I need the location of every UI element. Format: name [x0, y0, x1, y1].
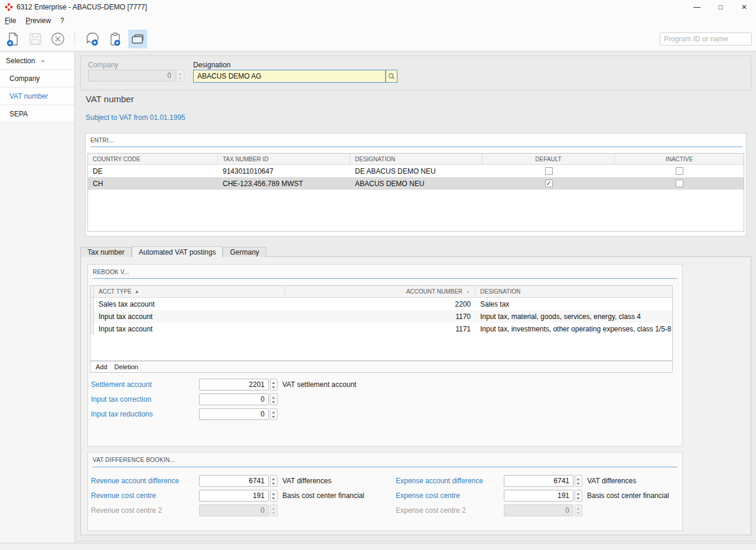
cell-designation: Input tax, investments, other operating … [475, 325, 672, 333]
spinner-control[interactable] [575, 475, 582, 487]
rebook-row[interactable]: Input tax account 1170 Input tax, materi… [90, 310, 672, 323]
program-search-input[interactable] [660, 32, 752, 45]
group-underline [93, 278, 677, 279]
inactive-checkbox[interactable] [676, 167, 683, 175]
rebook-row[interactable]: Input tax account 1171 Input tax, invest… [90, 323, 672, 335]
menu-bar: File Preview ? [0, 14, 756, 27]
add-button[interactable]: Add [96, 363, 107, 370]
revenue-account-difference-input[interactable] [199, 475, 269, 487]
input-tax-correction-label[interactable]: Input tax correction [91, 395, 199, 403]
designation-lookup-button[interactable] [386, 70, 397, 83]
tab-germany[interactable]: Germany [223, 247, 266, 257]
company-label: Company [88, 61, 118, 69]
cell-acct-type: Input tax account [94, 325, 285, 333]
vat-subject-link[interactable]: Subject to VAT from 01.01.1995 [86, 113, 185, 122]
cell-tax-number-id: 9143011010647 [218, 167, 350, 175]
revenue-cost-centre-2-row: Revenue cost centre 2 [91, 504, 278, 516]
new-message-button[interactable] [83, 30, 102, 48]
sidebar-item-vat-number[interactable]: VAT number [0, 87, 74, 105]
revenue-account-difference-row: Revenue account difference VAT differenc… [91, 474, 331, 487]
new-clipboard-button[interactable] [106, 30, 125, 48]
cell-designation: Sales tax [475, 300, 672, 308]
input-tax-reductions-label[interactable]: Input tax reductions [91, 410, 199, 418]
field-descriptor: VAT differences [587, 477, 636, 485]
column-header-acct-type[interactable]: ACCT TYPE ▲ [94, 286, 285, 297]
column-header-country-code[interactable]: COUNTRY CODE [88, 154, 218, 164]
table-row-de[interactable]: DE 9143011010647 DE ABACUS DEMO NEU [88, 165, 744, 177]
sidebar-item-company[interactable]: Company [0, 70, 74, 87]
spinner-control[interactable] [270, 379, 278, 390]
company-spinner [177, 70, 184, 82]
cancel-button[interactable] [48, 30, 67, 48]
expense-account-difference-label[interactable]: Expense account difference [396, 477, 504, 485]
group-underline [90, 147, 742, 147]
input-tax-correction-input[interactable] [199, 393, 269, 405]
expense-cost-centre-row: Expense cost centre Basis cost center fi… [396, 489, 669, 502]
cell-country-code: CH [88, 180, 218, 188]
expense-account-difference-input[interactable] [504, 475, 573, 487]
column-header-inactive[interactable]: INACTIVE [615, 154, 744, 164]
spinner-control[interactable] [270, 475, 278, 487]
rebook-row[interactable]: Sales tax account 2200 Sales tax [90, 298, 672, 310]
close-icon[interactable]: ✕ [732, 0, 756, 14]
column-header-account-number[interactable]: ACCOUNT NUMBER ▲ [285, 286, 475, 297]
spinner-control[interactable] [270, 408, 278, 420]
minimize-icon[interactable]: — [685, 0, 709, 14]
expense-cost-centre-2-field [504, 505, 582, 516]
table-row-ch-selected[interactable]: CH CHE-123.456.789 MWST ABACUS DEMO NEU [88, 177, 744, 190]
expense-cost-centre-label[interactable]: Expense cost centre [396, 492, 504, 500]
expense-cost-centre-input[interactable] [504, 490, 573, 502]
revenue-cost-centre-label[interactable]: Revenue cost centre [91, 492, 199, 500]
inactive-checkbox[interactable] [676, 180, 683, 187]
default-checkbox[interactable] [545, 167, 553, 175]
maximize-icon[interactable]: □ [709, 0, 732, 14]
sidebar-selection-header[interactable]: Selection ⌄ [0, 52, 74, 70]
cell-designation: ABACUS DEMO NEU [350, 180, 483, 188]
entries-table: COUNTRY CODE TAX NUMBER ID DESIGNATION D… [87, 153, 744, 232]
default-checkbox[interactable] [545, 180, 553, 187]
revenue-account-difference-label[interactable]: Revenue account difference [91, 477, 199, 485]
spinner-control[interactable] [270, 393, 278, 405]
column-label: ACCT TYPE [99, 288, 132, 295]
rebook-table-toolbar: Add Deletion [90, 361, 673, 373]
rebook-group-label: REBOOK V... [93, 269, 129, 275]
new-clipboard-icon [107, 31, 123, 47]
menu-preview[interactable]: Preview [25, 17, 51, 25]
settlement-account-label[interactable]: Settlement account [91, 380, 199, 389]
field-descriptor: Basis cost center financial [282, 492, 364, 500]
menu-help[interactable]: ? [60, 17, 64, 25]
revenue-cost-centre-input[interactable] [199, 490, 269, 502]
settlement-account-input[interactable] [199, 379, 269, 390]
expense-cost-centre-2-label: Expense cost centre 2 [396, 506, 504, 515]
settlement-account-field[interactable] [199, 379, 278, 390]
programs-button[interactable] [128, 30, 147, 48]
revenue-cost-centre-field[interactable] [199, 490, 278, 502]
spinner-control[interactable] [270, 490, 278, 502]
save-button[interactable] [26, 30, 45, 48]
settlement-account-row: Settlement account VAT settlement accoun… [91, 378, 356, 390]
column-header-tax-number-id[interactable]: TAX NUMBER ID [218, 154, 350, 164]
designation-field[interactable] [193, 70, 397, 83]
tab-bar: Tax number Automated VAT postings German… [80, 246, 266, 257]
new-document-button[interactable] [4, 30, 22, 48]
sidebar-item-label: Company [9, 74, 40, 83]
input-tax-correction-field[interactable] [199, 393, 278, 405]
input-tax-reductions-field[interactable] [199, 408, 278, 420]
revenue-account-difference-field[interactable] [199, 475, 278, 487]
spinner-control [575, 505, 582, 516]
spinner-control[interactable] [575, 490, 582, 502]
designation-input[interactable] [193, 70, 386, 83]
input-tax-reductions-input[interactable] [199, 408, 269, 420]
column-header-designation[interactable]: DESIGNATION [475, 286, 672, 297]
expense-account-difference-field[interactable] [504, 475, 582, 487]
column-header-default[interactable]: DEFAULT [483, 154, 615, 164]
deletion-button[interactable]: Deletion [115, 363, 138, 370]
column-header-designation[interactable]: DESIGNATION [350, 154, 483, 164]
sidebar-item-sepa[interactable]: SEPA [0, 105, 74, 123]
spinner-control [270, 505, 278, 516]
expense-cost-centre-field[interactable] [504, 490, 582, 502]
tab-automated-vat-postings[interactable]: Automated VAT postings [132, 246, 223, 258]
tab-tax-number[interactable]: Tax number [80, 247, 132, 257]
vat-difference-group-label: VAT DIFFERENCE BOOKIN... [93, 457, 175, 463]
menu-file[interactable]: File [5, 17, 16, 25]
